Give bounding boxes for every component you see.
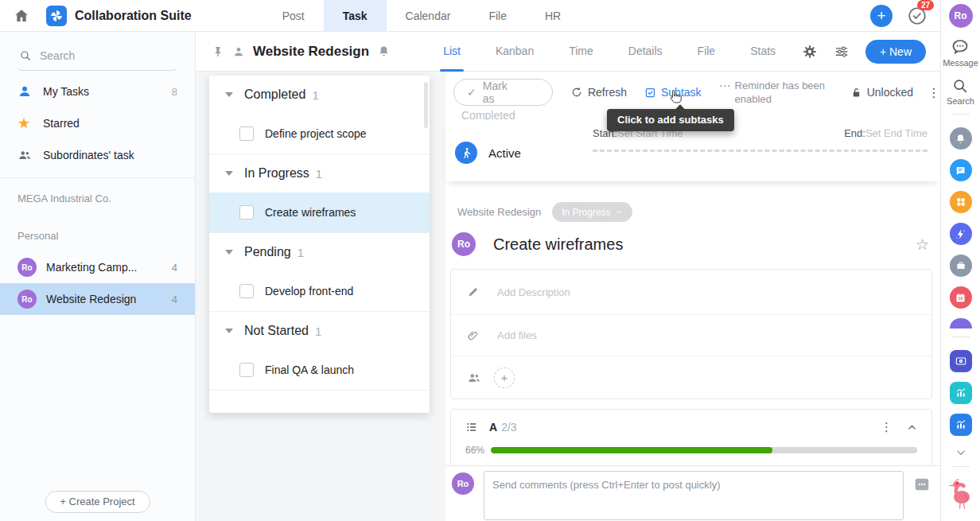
subtask-tooltip: Click to add subtasks bbox=[607, 109, 734, 131]
task-checkbox[interactable] bbox=[239, 205, 254, 220]
project-title: Website Redesign bbox=[253, 44, 369, 60]
top-tab-task[interactable]: Task bbox=[324, 0, 387, 32]
group-in-progress: In Progress 1 Create wireframes bbox=[209, 154, 430, 233]
rail-notifications-icon[interactable] bbox=[950, 127, 972, 150]
collapse-caret-icon[interactable] bbox=[225, 92, 233, 97]
sidebar-search[interactable] bbox=[18, 45, 177, 71]
favorite-star-icon[interactable]: ☆ bbox=[916, 235, 929, 254]
task-row[interactable]: Develop front-end bbox=[209, 271, 430, 311]
bell-icon[interactable] bbox=[377, 45, 391, 58]
tab-list[interactable]: List bbox=[426, 32, 478, 72]
top-tab-file[interactable]: File bbox=[469, 0, 526, 32]
rail-reports-app-icon[interactable] bbox=[950, 414, 972, 436]
collapse-chevron-icon[interactable] bbox=[907, 422, 917, 433]
avatar: Ro bbox=[18, 290, 37, 309]
home-icon[interactable] bbox=[13, 7, 30, 25]
rail-avatar[interactable]: Ro bbox=[949, 4, 973, 28]
add-files-field[interactable]: Add files bbox=[451, 314, 931, 356]
comment-avatar: Ro bbox=[452, 472, 474, 495]
status-pill-dropdown[interactable]: In Progress bbox=[552, 202, 632, 222]
group-header[interactable]: In Progress 1 bbox=[209, 154, 430, 192]
tab-kanban[interactable]: Kanban bbox=[478, 32, 551, 72]
tab-file[interactable]: File bbox=[680, 32, 733, 72]
avatar: Ro bbox=[18, 258, 37, 277]
filter-sliders-icon[interactable] bbox=[834, 44, 850, 60]
tab-time[interactable]: Time bbox=[551, 32, 611, 72]
task-row-selected[interactable]: Create wireframes bbox=[209, 192, 430, 232]
group-header[interactable]: Not Started 1 bbox=[209, 312, 430, 350]
member-icon[interactable] bbox=[232, 45, 245, 58]
timeline-dashes bbox=[593, 150, 928, 152]
task-checkbox[interactable] bbox=[239, 363, 254, 377]
top-tab-post[interactable]: Post bbox=[263, 0, 324, 32]
task-row[interactable]: Final QA & launch bbox=[209, 350, 430, 390]
group-header[interactable]: Completed 1 bbox=[209, 76, 430, 114]
rail-search-button[interactable]: Search bbox=[947, 77, 974, 106]
refresh-button[interactable]: Refresh bbox=[570, 86, 627, 99]
top-tab-hr[interactable]: HR bbox=[526, 0, 580, 32]
collapse-caret-icon[interactable] bbox=[225, 250, 233, 255]
tab-stats[interactable]: Stats bbox=[733, 32, 793, 72]
tab-details[interactable]: Details bbox=[611, 32, 680, 72]
subtask-menu-icon[interactable]: ⋮ bbox=[881, 420, 892, 434]
comment-input[interactable] bbox=[484, 471, 904, 520]
sidebar-project-website-redesign[interactable]: Ro Website Redesign 4 bbox=[0, 283, 195, 315]
task-fields-card: Add Description Add files + bbox=[450, 269, 932, 399]
collapse-caret-icon[interactable] bbox=[225, 171, 233, 176]
create-project-button[interactable]: + Create Project bbox=[45, 491, 150, 513]
end-value: Set End Time bbox=[865, 127, 928, 139]
task-checkbox[interactable] bbox=[239, 126, 254, 141]
rail-chat-icon[interactable] bbox=[950, 159, 972, 181]
active-status-icon bbox=[455, 142, 477, 164]
subtask-checkbox-icon bbox=[644, 87, 656, 99]
group-header[interactable]: Pending 1 bbox=[209, 233, 430, 271]
owner-avatar[interactable]: Ro bbox=[452, 232, 476, 256]
task-row[interactable]: Define project scope bbox=[209, 114, 430, 154]
rail-automation-icon[interactable] bbox=[950, 223, 972, 245]
rail-messages-button[interactable]: Message bbox=[943, 37, 978, 68]
pin-icon[interactable] bbox=[212, 45, 224, 58]
notification-badge: 27 bbox=[917, 0, 934, 10]
gear-icon[interactable] bbox=[802, 44, 818, 60]
group-title: Not Started bbox=[244, 324, 309, 338]
rail-calendar-icon[interactable]: 10 bbox=[950, 286, 972, 309]
scrollbar-thumb[interactable] bbox=[424, 82, 428, 128]
unlocked-button[interactable]: Unlocked bbox=[850, 86, 913, 99]
rail-apps-grid-icon[interactable] bbox=[950, 191, 972, 213]
rail-expand-chevron-icon[interactable] bbox=[955, 447, 966, 458]
rail-workplace-icon[interactable] bbox=[950, 255, 972, 277]
todo-check-button[interactable]: 27 bbox=[907, 6, 928, 26]
task-checkbox[interactable] bbox=[239, 284, 254, 298]
add-assignee-button[interactable]: + bbox=[494, 367, 515, 388]
sidebar-project-marketing[interactable]: Ro Marketing Camp... 4 bbox=[0, 251, 195, 283]
reminder-status[interactable]: ⋯ Reminder has been enabled bbox=[719, 79, 830, 106]
sidebar-item-my-tasks[interactable]: My Tasks 8 bbox=[0, 76, 195, 107]
flamingo-mascot-icon[interactable] bbox=[947, 475, 975, 510]
rail-partial-icon[interactable] bbox=[950, 318, 972, 329]
breadcrumb[interactable]: Website Redesign bbox=[457, 206, 541, 218]
rail-finance-app-icon[interactable] bbox=[950, 350, 972, 372]
collapse-caret-icon[interactable] bbox=[225, 329, 233, 333]
rail-analytics-app-icon[interactable] bbox=[950, 382, 972, 404]
new-task-button[interactable]: + New bbox=[865, 40, 926, 64]
files-placeholder: Add files bbox=[497, 329, 537, 341]
svg-text:10: 10 bbox=[959, 296, 963, 301]
task-title[interactable]: Create wireframes bbox=[493, 235, 623, 254]
mark-as-button[interactable]: ✓ Mark as bbox=[453, 79, 553, 106]
more-menu-icon[interactable]: ⋮ bbox=[928, 85, 940, 100]
add-description-field[interactable]: Add Description bbox=[451, 270, 931, 314]
search-input[interactable] bbox=[40, 49, 167, 62]
sidebar-item-starred[interactable]: ★ Starred bbox=[0, 107, 195, 139]
top-tab-calendar[interactable]: Calendar bbox=[387, 0, 470, 32]
sidebar-item-subordinates-task[interactable]: Subordinates' task bbox=[0, 139, 195, 171]
progress-row: 66% bbox=[451, 445, 931, 456]
app-logo-icon[interactable] bbox=[46, 6, 67, 26]
hand-cursor-icon bbox=[669, 89, 682, 104]
progress-track bbox=[491, 447, 917, 453]
comment-bubble-icon[interactable] bbox=[913, 476, 931, 493]
mark-as-dropdown-option[interactable]: Completed bbox=[461, 108, 515, 120]
create-plus-button[interactable]: + bbox=[870, 5, 892, 27]
rail-messages-label: Message bbox=[943, 58, 978, 68]
task-status[interactable]: Active bbox=[455, 142, 521, 164]
end-time-field[interactable]: End:Set End Time bbox=[844, 127, 928, 139]
